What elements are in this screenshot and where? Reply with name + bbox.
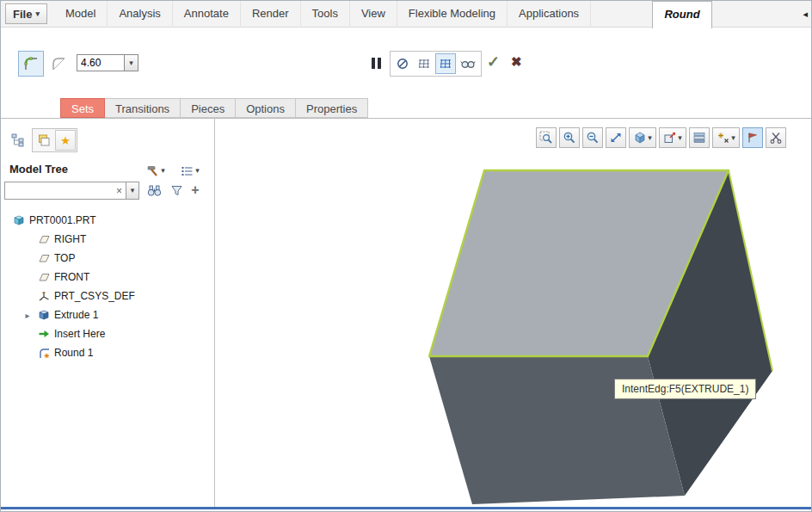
- tree-item-label: PRT0001.PRT: [29, 214, 96, 226]
- panel-tab-properties[interactable]: Properties: [295, 98, 368, 118]
- cancel-button[interactable]: ✖: [511, 54, 522, 70]
- model-tree: PRT0001.PRT RIGHT TOP FRONT: [4, 211, 211, 362]
- layer-tree-button[interactable]: [34, 130, 54, 151]
- tree-item-label: FRONT: [54, 271, 89, 283]
- tree-columns-button[interactable]: ▾: [175, 161, 205, 180]
- check-icon: ✓: [487, 53, 500, 71]
- round-transitions-mode-button[interactable]: [46, 51, 71, 77]
- no-preview-button[interactable]: [392, 53, 413, 74]
- status-bar-edge: [1, 507, 811, 509]
- tab-round-active[interactable]: Round: [652, 1, 712, 28]
- preview-options-group: [390, 51, 482, 77]
- star-icon: ★: [60, 135, 71, 146]
- funnel-icon: [170, 184, 183, 197]
- favorites-button[interactable]: ★: [55, 130, 76, 151]
- expand-icon[interactable]: ▸: [22, 311, 34, 320]
- chevron-down-icon: ▾: [129, 59, 133, 67]
- no-preview-icon: [396, 57, 409, 71]
- tree-item-label: Insert Here: [54, 328, 105, 340]
- ok-button[interactable]: ✓: [487, 52, 500, 71]
- tab-view[interactable]: View: [350, 1, 397, 28]
- part-icon: [13, 214, 25, 226]
- pause-button[interactable]: [367, 53, 384, 72]
- tab-annotate[interactable]: Annotate: [173, 1, 241, 28]
- round-sets-icon: [22, 55, 40, 72]
- round-feature-icon: [38, 347, 50, 359]
- tree-item-label: PRT_CSYS_DEF: [54, 290, 135, 302]
- tree-item-csys[interactable]: PRT_CSYS_DEF: [4, 287, 211, 305]
- tab-applications[interactable]: Applications: [508, 1, 591, 28]
- clear-search-icon[interactable]: ×: [113, 185, 126, 197]
- tree-item-round[interactable]: Round 1: [4, 343, 211, 362]
- tree-item-insert-here[interactable]: Insert Here: [4, 324, 211, 343]
- panel-tab-transitions[interactable]: Transitions: [104, 98, 181, 118]
- tree-hierarchy-icon: [11, 133, 25, 147]
- tree-search-box: ×: [4, 182, 126, 200]
- insert-here-icon: [38, 328, 50, 340]
- tree-item-extrude[interactable]: ▸ Extrude 1: [4, 305, 211, 324]
- plus-icon: +: [191, 182, 199, 198]
- attached-preview-button[interactable]: [435, 53, 456, 74]
- chevron-down-icon: ▾: [131, 187, 135, 194]
- creo-window: File ▾ Model Analysis Annotate Render To…: [0, 0, 812, 512]
- tree-item-label: Extrude 1: [54, 309, 98, 321]
- pause-icon: [378, 58, 381, 69]
- panel-tab-options[interactable]: Options: [235, 98, 296, 118]
- tree-filters-button[interactable]: ▾: [141, 161, 170, 180]
- tree-item-front[interactable]: FRONT: [4, 268, 211, 287]
- tab-analysis[interactable]: Analysis: [108, 1, 172, 28]
- model-tree-view-button[interactable]: [8, 130, 28, 151]
- preselection-tooltip: IntentEdg:F5(EXTRUDE_1): [614, 379, 756, 399]
- csys-icon: [38, 290, 50, 302]
- round-transitions-icon: [50, 55, 67, 72]
- extrude-icon: [38, 309, 50, 321]
- radius-dropdown-button[interactable]: ▾: [125, 54, 138, 71]
- tree-item-part[interactable]: PRT0001.PRT: [4, 211, 211, 230]
- tree-item-right[interactable]: RIGHT: [4, 230, 211, 249]
- tree-item-label: Round 1: [54, 347, 93, 359]
- datum-plane-icon: [38, 252, 50, 264]
- file-menu-label: File: [13, 8, 32, 21]
- graphics-viewport[interactable]: [215, 119, 812, 507]
- glasses-icon: [460, 58, 476, 70]
- file-menu-button[interactable]: File ▾: [5, 3, 47, 24]
- add-column-button[interactable]: +: [187, 180, 204, 200]
- search-dropdown-button[interactable]: ▾: [126, 182, 139, 200]
- tree-item-label: RIGHT: [54, 233, 86, 245]
- tree-filter-button[interactable]: [166, 181, 187, 200]
- hammer-filter-icon: [146, 164, 159, 177]
- find-button[interactable]: [144, 181, 164, 200]
- verify-button[interactable]: [457, 53, 479, 74]
- unattached-preview-button[interactable]: [414, 53, 434, 74]
- radius-input[interactable]: [77, 54, 125, 71]
- tree-item-label: TOP: [54, 252, 75, 264]
- panel-tab-sets[interactable]: Sets: [60, 98, 105, 118]
- mesh-preview-active-icon: [439, 57, 452, 71]
- dashboard-panel-tabs: Sets Transitions Pieces Options Properti…: [61, 98, 368, 118]
- datum-plane-icon: [38, 271, 50, 283]
- tree-item-top[interactable]: TOP: [4, 249, 211, 268]
- pause-icon: [372, 58, 375, 69]
- tab-flexible-modeling[interactable]: Flexible Modeling: [397, 1, 508, 28]
- list-icon: [181, 164, 194, 177]
- panel-toolbar-group: ★: [32, 128, 77, 152]
- layers-icon: [37, 133, 51, 147]
- mesh-preview-icon: [417, 57, 431, 71]
- search-input[interactable]: [5, 183, 113, 198]
- chevron-down-icon: ▾: [195, 167, 200, 175]
- round-dashboard: ▾: [1, 28, 811, 98]
- panel-tab-pieces[interactable]: Pieces: [180, 98, 236, 118]
- tab-render[interactable]: Render: [241, 1, 301, 28]
- radius-field-group: ▾: [77, 54, 138, 71]
- menubar: File ▾ Model Analysis Annotate Render To…: [1, 1, 811, 28]
- tab-model[interactable]: Model: [54, 1, 108, 28]
- round-sets-mode-button[interactable]: [18, 51, 44, 77]
- ribbon-tab-strip: Model Analysis Annotate Render Tools Vie…: [54, 1, 591, 28]
- collapse-ribbon-icon[interactable]: ◂: [803, 9, 808, 20]
- tab-tools[interactable]: Tools: [301, 1, 350, 28]
- chevron-down-icon: ▾: [161, 167, 165, 175]
- datum-plane-icon: [38, 233, 50, 245]
- chevron-down-icon: ▾: [35, 10, 40, 18]
- binoculars-icon: [147, 184, 162, 197]
- model-tree-title: Model Tree: [9, 163, 68, 176]
